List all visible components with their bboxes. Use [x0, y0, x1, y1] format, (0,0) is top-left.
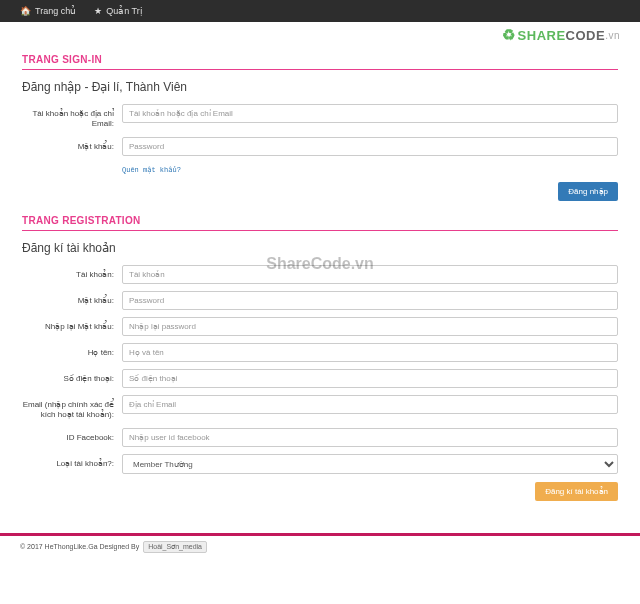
recycle-icon: ♻ [502, 26, 516, 44]
reg-email-input[interactable] [122, 395, 618, 414]
footer: © 2017 HeThongLike.Ga Designed By Hoài_S… [0, 533, 640, 558]
register-submit-button[interactable]: Đăng kí tài khoản [535, 482, 618, 501]
reg-password-input[interactable] [122, 291, 618, 310]
star-icon [94, 6, 102, 16]
reg-account-label: Tài khoản: [22, 265, 122, 280]
reg-password2-input[interactable] [122, 317, 618, 336]
reg-acctype-select[interactable]: Member Thường [122, 454, 618, 474]
home-icon [20, 6, 31, 16]
brand-logo: ♻ SHARE CODE .vn [502, 26, 620, 44]
reg-account-input[interactable] [122, 265, 618, 284]
reg-phone-input[interactable] [122, 369, 618, 388]
signin-section-title: TRANG SIGN-IN [22, 54, 618, 65]
register-section-title: TRANG REGISTRATION [22, 215, 618, 226]
nav-home-label: Trang chủ [35, 6, 76, 16]
nav-admin-link[interactable]: Quản Trị [94, 6, 143, 16]
reg-acctype-label: Loại tài khoản?: [22, 454, 122, 469]
footer-author: Hoài_Sơn_media [143, 541, 207, 553]
divider [22, 69, 618, 70]
reg-phone-label: Số điện thoại: [22, 369, 122, 384]
nav-home-link[interactable]: Trang chủ [20, 6, 76, 16]
brand-share: SHARE [518, 28, 566, 43]
signin-submit-button[interactable]: Đăng nhập [558, 182, 618, 201]
brand-row: ♻ SHARE CODE .vn [0, 22, 640, 46]
signin-password-label: Mật khẩu: [22, 137, 122, 152]
brand-code: CODE [566, 28, 606, 43]
reg-email-label: Email (nhập chính xác để kích hoạt tài k… [22, 395, 122, 421]
footer-copyright: © 2017 HeThongLike.Ga Designed By [20, 543, 139, 550]
signin-password-input[interactable] [122, 137, 618, 156]
reg-password2-label: Nhập lại Mật khẩu: [22, 317, 122, 332]
signin-email-input[interactable] [122, 104, 618, 123]
register-heading: Đăng kí tài khoản [22, 241, 618, 255]
signin-heading: Đăng nhập - Đại lí, Thành Viên [22, 80, 618, 94]
reg-password-label: Mật khẩu: [22, 291, 122, 306]
nav-admin-label: Quản Trị [106, 6, 143, 16]
reg-fullname-input[interactable] [122, 343, 618, 362]
brand-vn: .vn [605, 30, 620, 41]
top-nav: Trang chủ Quản Trị [0, 0, 640, 22]
signin-email-label: Tài khoản hoặc địa chỉ Email: [22, 104, 122, 130]
forgot-password-link[interactable]: Quên mật khẩu? [122, 166, 181, 174]
reg-fbid-input[interactable] [122, 428, 618, 447]
divider [22, 230, 618, 231]
reg-fullname-label: Họ tên: [22, 343, 122, 358]
reg-fbid-label: ID Facebook: [22, 428, 122, 443]
